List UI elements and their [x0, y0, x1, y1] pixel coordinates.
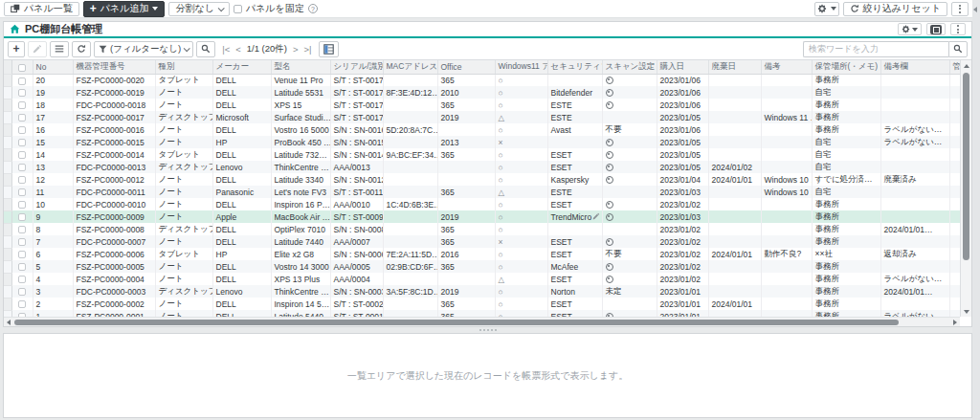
cell-remarks[interactable]: [880, 210, 949, 223]
cell-model[interactable]: Venue 11 Pro: [271, 74, 330, 86]
cell-maker[interactable]: DELL: [212, 99, 271, 111]
row-checkbox-cell[interactable]: [11, 161, 33, 173]
cell-scan[interactable]: 不要: [602, 123, 657, 136]
cell-location[interactable]: すでに処分済…: [812, 173, 880, 186]
cell-scan[interactable]: [602, 198, 657, 210]
cell-security[interactable]: Norton: [547, 285, 602, 298]
row-checkbox-cell[interactable]: [11, 74, 33, 86]
cell-location[interactable]: 事務所: [812, 235, 880, 248]
cell-model[interactable]: Let's note FV3: [271, 186, 330, 198]
cell-win11[interactable]: ×: [495, 136, 547, 148]
cell-purchase-date[interactable]: 2023/01/06: [657, 74, 708, 86]
cell-mac[interactable]: [383, 74, 437, 86]
cell-remarks[interactable]: ラベルがない…: [880, 123, 949, 136]
cell-remarks[interactable]: [880, 161, 949, 173]
cell-no[interactable]: 8: [33, 223, 73, 235]
row-checkbox[interactable]: [18, 226, 26, 233]
cell-serial[interactable]: S/N : SN-0015: [330, 136, 383, 148]
cell-note[interactable]: [761, 161, 812, 173]
cell-note[interactable]: [761, 74, 812, 86]
cell-office[interactable]: 365: [437, 223, 495, 235]
column-header[interactable]: 型名: [271, 60, 330, 74]
cell-purchase-date[interactable]: 2023/01/05: [657, 148, 708, 161]
scroll-left-icon[interactable]: [7, 320, 11, 325]
cell-disposal-date[interactable]: 2024/01/01: [708, 298, 761, 310]
cell-maker[interactable]: Lenovo: [212, 285, 271, 298]
cell-location[interactable]: ××社: [812, 248, 880, 260]
search-input[interactable]: [803, 41, 948, 57]
cell-mac[interactable]: [383, 298, 437, 310]
cell-win11[interactable]: ○: [495, 99, 547, 111]
cell-purchase-date[interactable]: 2023/01/02: [657, 248, 708, 260]
row-checkbox[interactable]: [18, 276, 26, 283]
cell-location[interactable]: 事務所: [812, 210, 880, 223]
cell-scan[interactable]: [602, 161, 657, 173]
cell-device-id[interactable]: FSZ-PC0000-0015: [73, 136, 155, 148]
row-checkbox[interactable]: [18, 213, 26, 221]
cell-maker[interactable]: Apple: [212, 210, 271, 223]
cell-security[interactable]: ESET: [547, 248, 602, 260]
cell-maker[interactable]: DELL: [212, 123, 271, 136]
cell-remarks[interactable]: [880, 186, 949, 198]
horizontal-scrollbar[interactable]: [4, 317, 960, 326]
cell-win11[interactable]: ○: [495, 298, 547, 310]
cell-purchase-date[interactable]: 2023/01/01: [657, 298, 708, 310]
cell-mac[interactable]: [383, 136, 437, 148]
cell-win11[interactable]: ○: [495, 161, 547, 173]
cell-office[interactable]: [437, 273, 495, 285]
cell-serial[interactable]: S/N : SN-0012: [330, 173, 383, 186]
cell-office[interactable]: 365: [437, 148, 495, 161]
row-checkbox[interactable]: [18, 151, 26, 159]
cell-device-id[interactable]: FDC-PC0000-0010: [73, 198, 155, 210]
cell-location[interactable]: 事務所: [812, 74, 880, 86]
cell-scan[interactable]: [602, 298, 657, 310]
filter-select[interactable]: (フィルターなし): [94, 41, 193, 57]
cell-device-id[interactable]: FSZ-PC0000-0009: [73, 210, 155, 223]
cell-mac[interactable]: [383, 99, 437, 111]
cell-disposal-date[interactable]: [708, 136, 761, 148]
cell-model[interactable]: Latitude 5440: [271, 310, 330, 317]
cell-disposal-date[interactable]: [708, 86, 761, 99]
cell-no[interactable]: 3: [33, 285, 73, 298]
cell-type[interactable]: ノート: [155, 198, 212, 210]
column-header[interactable]: 管…: [949, 60, 960, 74]
first-page-button[interactable]: |<: [222, 44, 230, 55]
column-header[interactable]: 備考欄: [880, 60, 949, 74]
cell-manager[interactable]: [949, 210, 960, 223]
cell-disposal-date[interactable]: [708, 111, 761, 123]
panel-add-button[interactable]: + パネル追加: [83, 1, 166, 17]
row-checkbox[interactable]: [18, 300, 26, 308]
row-checkbox[interactable]: [18, 101, 26, 109]
cell-remarks[interactable]: [880, 86, 949, 99]
cell-type[interactable]: ノート: [155, 186, 212, 198]
cell-type[interactable]: ノート: [155, 86, 212, 99]
table-row[interactable]: 18FDC-PC0000-0018ノートDELLXPS 15S/T : ST-0…: [4, 99, 960, 111]
column-header[interactable]: Office: [437, 60, 495, 74]
row-checkbox-cell[interactable]: [11, 235, 33, 248]
cell-note[interactable]: [761, 273, 812, 285]
cell-office[interactable]: [437, 123, 495, 136]
cell-purchase-date[interactable]: 2023/01/03: [657, 210, 708, 223]
table-row[interactable]: 20FSZ-PC0000-0020タブレットDELLVenue 11 ProS/…: [4, 74, 960, 86]
cell-security[interactable]: ESET: [547, 298, 602, 310]
split-mode-select[interactable]: 分割なし: [168, 2, 229, 16]
cell-disposal-date[interactable]: [708, 74, 761, 86]
cell-win11[interactable]: ○: [495, 260, 547, 273]
cell-security[interactable]: ESET: [547, 198, 602, 210]
cell-disposal-date[interactable]: [708, 235, 761, 248]
cell-purchase-date[interactable]: 2023/01/06: [657, 123, 708, 136]
cell-mac[interactable]: [383, 223, 437, 235]
table-row[interactable]: 1FSZ-PC0000-0001ノートDELLLatitude 5440S/T …: [4, 310, 960, 317]
column-header[interactable]: 保管場所(・メモ): [812, 60, 880, 74]
cell-model[interactable]: Latitude 732…: [271, 148, 330, 161]
cell-manager[interactable]: [949, 173, 960, 186]
cell-type[interactable]: タブレット: [155, 74, 212, 86]
form-view-button[interactable]: [319, 41, 339, 57]
cell-no[interactable]: 13: [33, 161, 73, 173]
edit-pencil-icon[interactable]: [592, 212, 600, 220]
row-checkbox-cell[interactable]: [11, 273, 33, 285]
cell-type[interactable]: タブレット: [155, 148, 212, 161]
cell-purchase-date[interactable]: 2023/01/05: [657, 111, 708, 123]
cell-disposal-date[interactable]: [708, 123, 761, 136]
cell-type[interactable]: ノート: [155, 310, 212, 317]
